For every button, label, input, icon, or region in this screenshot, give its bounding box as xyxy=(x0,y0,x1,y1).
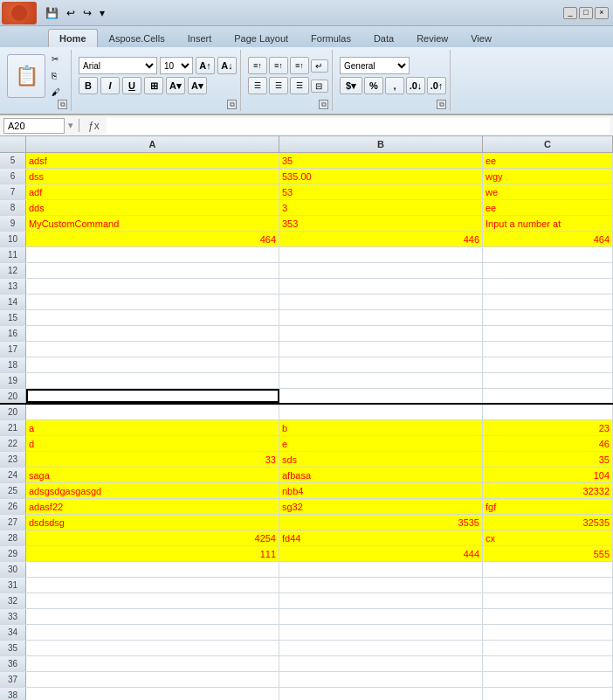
cell-a-13[interactable] xyxy=(26,279,279,294)
font-size-select[interactable]: 10 xyxy=(160,57,193,74)
cell-c-26[interactable]: fgf xyxy=(483,499,613,514)
align-top-left-button[interactable]: ≡↑ xyxy=(248,57,267,74)
formula-input[interactable] xyxy=(107,118,610,134)
cell-c-20[interactable] xyxy=(483,405,613,419)
office-button[interactable] xyxy=(2,2,37,24)
cell-a-26[interactable]: adasf22 xyxy=(26,499,279,514)
save-icon[interactable]: 💾 xyxy=(43,6,61,20)
font-name-select[interactable]: Arial xyxy=(79,57,157,74)
cell-c-31[interactable] xyxy=(483,578,613,593)
border-button[interactable]: ⊞ xyxy=(144,77,163,94)
number-expand[interactable]: ⧉ xyxy=(437,100,446,109)
cell-c-27[interactable]: 32535 xyxy=(483,515,613,530)
fill-color-button[interactable]: A▾ xyxy=(166,77,185,94)
cell-c-6[interactable]: wgy xyxy=(483,169,613,184)
cell-a-29[interactable]: 111 xyxy=(26,546,279,561)
cell-b-8[interactable]: 3 xyxy=(279,200,483,215)
cell-b-16[interactable] xyxy=(279,326,483,341)
decrease-decimal-button[interactable]: .0↓ xyxy=(406,77,425,94)
cell-c-23[interactable]: 35 xyxy=(483,452,613,467)
copy-button[interactable]: ⎘ xyxy=(47,68,67,83)
alignment-expand[interactable]: ⧉ xyxy=(319,100,328,109)
comma-button[interactable]: , xyxy=(385,77,404,94)
cell-b-20[interactable] xyxy=(279,389,483,403)
cell-b-15[interactable] xyxy=(279,310,483,325)
name-box-dropdown[interactable]: ▾ xyxy=(68,120,73,131)
cell-b-35[interactable] xyxy=(279,641,483,655)
cell-c-24[interactable]: 104 xyxy=(483,468,613,482)
cell-c-38[interactable] xyxy=(483,688,613,700)
cell-a-30[interactable] xyxy=(26,562,279,577)
cell-a-17[interactable] xyxy=(26,342,279,357)
cell-a-18[interactable] xyxy=(26,357,279,372)
cell-b-10[interactable]: 446 xyxy=(279,232,483,246)
cell-b-28[interactable]: fd44 xyxy=(279,530,483,545)
cell-c-14[interactable] xyxy=(483,295,613,309)
tab-data[interactable]: Data xyxy=(362,29,405,47)
cell-b-23[interactable]: sds xyxy=(279,452,483,467)
cell-b-31[interactable] xyxy=(279,578,483,593)
cell-c-35[interactable] xyxy=(483,641,613,655)
cell-a-22[interactable]: d xyxy=(26,436,279,451)
cell-c-9[interactable]: Input a number at xyxy=(483,216,613,231)
maximize-button[interactable]: □ xyxy=(579,7,593,19)
cell-c-20[interactable] xyxy=(483,389,613,403)
cell-a-31[interactable] xyxy=(26,578,279,593)
cell-b-22[interactable]: e xyxy=(279,436,483,451)
cell-a-25[interactable]: adsgsdgasgasgd xyxy=(26,483,279,498)
cell-a-27[interactable]: dsdsdsg xyxy=(26,515,279,530)
decrease-font-button[interactable]: A↓ xyxy=(217,57,237,74)
cell-c-8[interactable]: ee xyxy=(483,200,613,215)
tab-page-layout[interactable]: Page Layout xyxy=(223,29,300,47)
cell-c-18[interactable] xyxy=(483,357,613,372)
cell-a-33[interactable] xyxy=(26,609,279,624)
cell-b-5[interactable]: 35 xyxy=(279,153,483,168)
cell-a-20[interactable] xyxy=(26,389,279,403)
italic-button[interactable]: I xyxy=(100,77,120,94)
cell-b-9[interactable]: 353 xyxy=(279,216,483,231)
cell-b-37[interactable] xyxy=(279,672,483,687)
cell-b-12[interactable] xyxy=(279,263,483,278)
cell-b-21[interactable]: b xyxy=(279,420,483,435)
cell-a-35[interactable] xyxy=(26,641,279,655)
bold-button[interactable]: B xyxy=(79,77,98,94)
align-left-button[interactable]: ☰ xyxy=(248,77,267,94)
customize-icon[interactable]: ▾ xyxy=(97,6,107,20)
cell-c-5[interactable]: ee xyxy=(483,153,613,168)
cell-a-5[interactable]: adsf xyxy=(26,153,279,168)
currency-button[interactable]: $▾ xyxy=(340,77,362,94)
cell-c-33[interactable] xyxy=(483,609,613,624)
cell-a-34[interactable] xyxy=(26,625,279,640)
tab-view[interactable]: View xyxy=(459,29,503,47)
cell-c-12[interactable] xyxy=(483,263,613,278)
cell-c-25[interactable]: 32332 xyxy=(483,483,613,498)
cell-c-32[interactable] xyxy=(483,593,613,608)
cell-b-17[interactable] xyxy=(279,342,483,357)
cell-b-32[interactable] xyxy=(279,593,483,608)
paste-button[interactable]: 📋 xyxy=(7,54,45,98)
minimize-button[interactable]: _ xyxy=(563,7,577,19)
cell-c-22[interactable]: 46 xyxy=(483,436,613,451)
merge-center-button[interactable]: ⊟ xyxy=(311,80,328,93)
cell-a-19[interactable] xyxy=(26,373,279,388)
cell-c-36[interactable] xyxy=(483,656,613,671)
undo-icon[interactable]: ↩ xyxy=(64,6,78,20)
cell-b-26[interactable]: sg32 xyxy=(279,499,483,514)
cell-a-38[interactable] xyxy=(26,688,279,700)
cell-c-19[interactable] xyxy=(483,373,613,388)
cell-c-13[interactable] xyxy=(483,279,613,294)
cell-reference-input[interactable] xyxy=(3,118,65,134)
cell-c-21[interactable]: 23 xyxy=(483,420,613,435)
cell-a-37[interactable] xyxy=(26,672,279,687)
align-top-center-button[interactable]: ≡↑ xyxy=(269,57,288,74)
align-right-button[interactable]: ☰ xyxy=(290,77,309,94)
cell-b-13[interactable] xyxy=(279,279,483,294)
cell-a-10[interactable]: 464 xyxy=(26,232,279,246)
tab-review[interactable]: Review xyxy=(405,29,459,47)
cell-a-16[interactable] xyxy=(26,326,279,341)
tab-home[interactable]: Home xyxy=(48,29,98,47)
cell-a-15[interactable] xyxy=(26,310,279,325)
cell-b-27[interactable]: 3535 xyxy=(279,515,483,530)
cell-c-17[interactable] xyxy=(483,342,613,357)
cell-b-30[interactable] xyxy=(279,562,483,577)
